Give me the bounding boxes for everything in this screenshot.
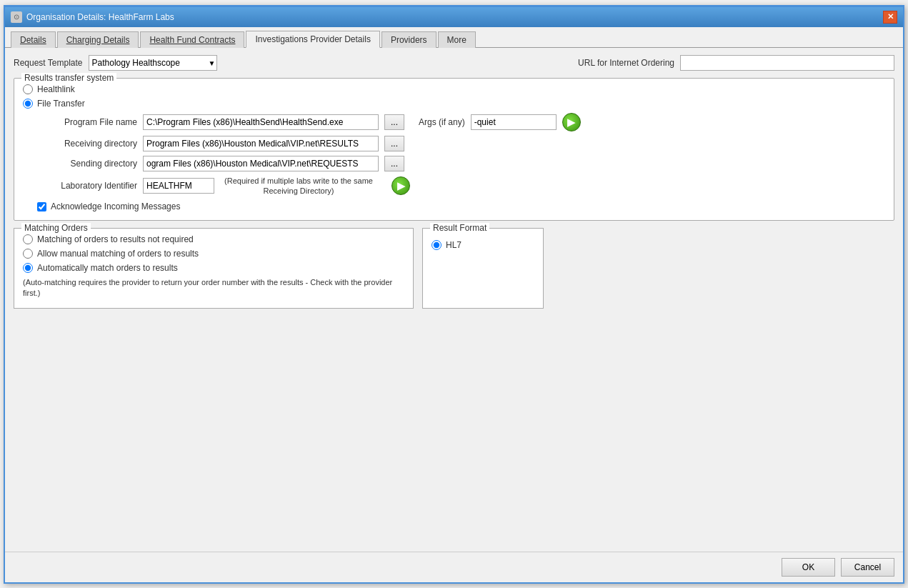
results-transfer-group: Results transfer system Healthlink File … bbox=[14, 78, 894, 221]
acknowledge-checkbox[interactable] bbox=[37, 202, 46, 211]
args-input[interactable] bbox=[471, 114, 557, 130]
result-format-group: Result Format HL7 bbox=[422, 228, 544, 309]
tabs-bar: Details Charging Details Health Fund Con… bbox=[5, 27, 903, 48]
acknowledge-row: Acknowledge Incoming Messages bbox=[37, 201, 885, 211]
url-label: URL for Internet Ordering bbox=[578, 58, 674, 68]
results-transfer-title: Results transfer system bbox=[21, 73, 116, 83]
tab-details[interactable]: Details bbox=[11, 31, 56, 48]
receiving-dir-label: Receiving directory bbox=[37, 139, 137, 149]
healthlink-label: Healthlink bbox=[37, 84, 75, 94]
ok-button[interactable]: OK bbox=[782, 558, 835, 577]
tab-more[interactable]: More bbox=[438, 31, 476, 48]
lab-id-input[interactable] bbox=[143, 178, 214, 194]
matching-option2-label: Allow manual matching of orders to resul… bbox=[37, 249, 199, 259]
file-transfer-radio-row: File Transfer bbox=[23, 99, 885, 109]
request-template-label: Request Template bbox=[14, 58, 83, 68]
matching-option3-row: Automatically match orders to results bbox=[23, 263, 404, 273]
file-transfer-label: File Transfer bbox=[37, 99, 85, 109]
program-file-input[interactable] bbox=[143, 114, 379, 130]
healthlink-radio[interactable] bbox=[23, 84, 33, 94]
request-template-select-wrapper: Pathology Healthscope ▼ bbox=[89, 55, 217, 71]
receiving-dir-browse-button[interactable]: ... bbox=[384, 136, 404, 151]
file-transfer-details: Program File name ... Args (if any) ▶ Re… bbox=[37, 113, 885, 212]
result-format-hl7-radio[interactable] bbox=[431, 240, 441, 250]
acknowledge-label: Acknowledge Incoming Messages bbox=[51, 201, 180, 211]
result-format-title: Result Format bbox=[430, 223, 489, 233]
cancel-button[interactable]: Cancel bbox=[841, 558, 894, 577]
matching-option3-radio[interactable] bbox=[23, 263, 33, 273]
lab-id-row: Laboratory Identifier (Required if multi… bbox=[37, 176, 885, 196]
footer: OK Cancel bbox=[5, 552, 903, 582]
result-format-hl7-row: HL7 bbox=[431, 240, 534, 250]
program-file-label: Program File name bbox=[37, 117, 137, 127]
request-template-row: Request Template Pathology Healthscope ▼… bbox=[14, 55, 894, 71]
close-button[interactable]: ✕ bbox=[883, 11, 897, 24]
app-icon: ⊙ bbox=[11, 11, 22, 23]
title-bar-left: ⊙ Organisation Details: HealthFarm Labs bbox=[11, 11, 174, 23]
bottom-section: Matching Orders Matching of orders to re… bbox=[14, 228, 894, 309]
matching-option2-radio[interactable] bbox=[23, 249, 33, 259]
matching-note: (Auto-matching requires the provider to … bbox=[23, 277, 404, 299]
tab-investigations-provider-details[interactable]: Investigations Provider Details bbox=[246, 31, 379, 48]
sending-dir-browse-button[interactable]: ... bbox=[384, 156, 404, 171]
lab-id-label: Laboratory Identifier bbox=[37, 181, 137, 191]
request-template-select[interactable]: Pathology Healthscope bbox=[89, 55, 217, 71]
url-input[interactable] bbox=[680, 55, 894, 71]
matching-option2-row: Allow manual matching of orders to resul… bbox=[23, 249, 404, 259]
program-file-row: Program File name ... Args (if any) ▶ bbox=[37, 113, 885, 131]
tab-providers[interactable]: Providers bbox=[381, 31, 436, 48]
receiving-dir-row: Receiving directory ... bbox=[37, 136, 885, 151]
matching-option3-label: Automatically match orders to results bbox=[37, 263, 178, 273]
title-bar: ⊙ Organisation Details: HealthFarm Labs … bbox=[5, 7, 903, 27]
args-green-button[interactable]: ▶ bbox=[562, 113, 581, 131]
matching-orders-group: Matching Orders Matching of orders to re… bbox=[14, 228, 414, 309]
main-window: ⊙ Organisation Details: HealthFarm Labs … bbox=[4, 5, 904, 584]
healthlink-radio-row: Healthlink bbox=[23, 84, 885, 94]
lab-note: (Required if multiple labs write to the … bbox=[220, 176, 377, 196]
program-file-browse-button[interactable]: ... bbox=[384, 114, 404, 130]
args-label: Args (if any) bbox=[419, 117, 465, 127]
matching-orders-title: Matching Orders bbox=[21, 223, 91, 233]
sending-dir-label: Sending directory bbox=[37, 159, 137, 169]
window-title: Organisation Details: HealthFarm Labs bbox=[26, 12, 174, 22]
tab-charging-details[interactable]: Charging Details bbox=[57, 31, 139, 48]
lab-green-button[interactable]: ▶ bbox=[391, 176, 410, 195]
tab-health-fund-contracts[interactable]: Health Fund Contracts bbox=[140, 31, 244, 48]
matching-option1-radio[interactable] bbox=[23, 234, 33, 244]
content-area: Request Template Pathology Healthscope ▼… bbox=[5, 48, 903, 552]
result-format-hl7-label: HL7 bbox=[446, 240, 462, 250]
sending-dir-row: Sending directory ... bbox=[37, 156, 885, 171]
sending-dir-input[interactable] bbox=[143, 156, 379, 171]
matching-option1-row: Matching of orders to results not requir… bbox=[23, 234, 404, 244]
file-transfer-radio[interactable] bbox=[23, 99, 33, 109]
receiving-dir-input[interactable] bbox=[143, 136, 379, 151]
matching-option1-label: Matching of orders to results not requir… bbox=[37, 234, 194, 244]
